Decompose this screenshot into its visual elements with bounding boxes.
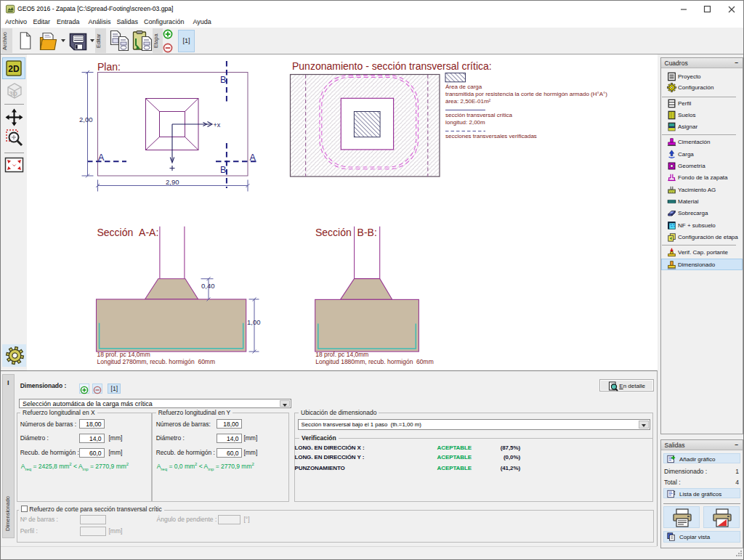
svg-text:B: B [220,165,226,175]
svg-text:2,90: 2,90 [166,178,179,186]
svg-text:2D: 2D [8,64,20,74]
svg-text:A: A [98,153,105,163]
svg-text:3D: 3D [9,90,18,97]
svg-text:secciones transversales verifi: secciones transversales verificadas [445,133,537,139]
svg-text:Punzonamiento - sección transv: Punzonamiento - sección transversal crít… [292,60,492,72]
svg-text:área: 2,50E-01m²: área: 2,50E-01m² [445,98,491,105]
svg-text:Longitud 1880mm, recub. hormig: Longitud 1880mm, recub. hormigón 60mm [315,358,434,365]
svg-text:+x: +x [214,121,221,129]
svg-text:A: A [250,153,256,163]
svg-text:Sección B-B:: Sección B-B: [315,227,377,238]
svg-text:B: B [220,75,226,85]
svg-text:longitud: 2,00m: longitud: 2,00m [445,119,485,126]
svg-text:1,00: 1,00 [247,318,261,326]
svg-text:Plan:: Plan: [97,61,121,73]
svg-text:transmitida por resistencia la: transmitida por resistencia la corte de … [445,91,607,97]
svg-text:Sección A-A:: Sección A-A: [97,227,159,238]
svg-text:2,00: 2,00 [79,115,93,123]
svg-text:sección transversal crítica: sección transversal crítica [445,112,513,118]
svg-text:0,40: 0,40 [201,282,215,290]
svg-text:Área de carga: Área de carga [445,84,482,90]
svg-text:18 prof. pc 14,0mm: 18 prof. pc 14,0mm [315,351,368,358]
svg-text:18 prof. pc 14,0mm: 18 prof. pc 14,0mm [97,351,150,358]
svg-text:Longitud 2780mm, recub. hormig: Longitud 2780mm, recub. hormigón 60mm [97,358,216,365]
